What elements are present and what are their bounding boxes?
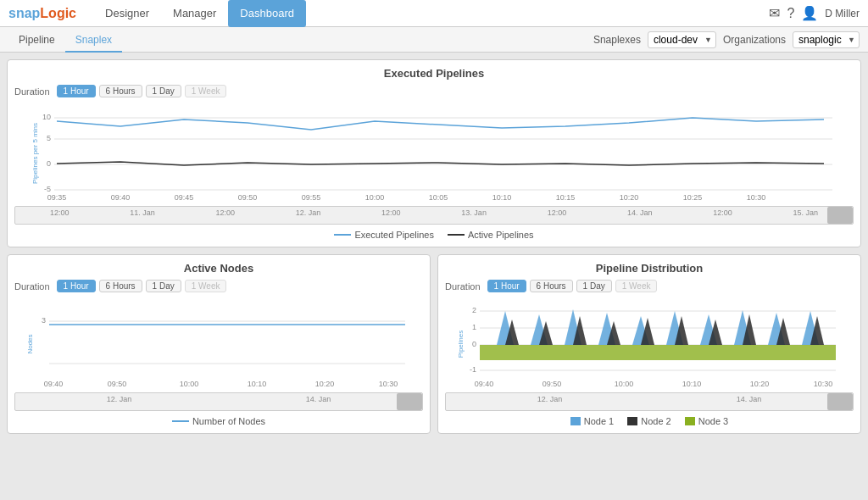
help-icon[interactable]: ? <box>787 6 794 21</box>
svg-text:10:05: 10:05 <box>429 193 448 202</box>
ep-chart: Pipelines per 5 mins 10 5 0 -5 09:35 09:… <box>14 103 854 204</box>
an-legend-line <box>172 420 189 422</box>
svg-text:10:00: 10:00 <box>180 380 199 388</box>
nav-designer[interactable]: Designer <box>93 0 161 27</box>
svg-text:09:40: 09:40 <box>475 380 494 388</box>
an-btn-1week[interactable]: 1 Week <box>185 280 227 292</box>
ep-chart-container: Pipelines per 5 mins 10 5 0 -5 09:35 09:… <box>14 103 854 204</box>
svg-text:10:10: 10:10 <box>248 380 267 388</box>
pd-btn-1day[interactable]: 1 Day <box>576 280 612 292</box>
pd-legend-node2-rect <box>627 417 637 425</box>
pd-btn-1week[interactable]: 1 Week <box>615 280 658 292</box>
pd-legend-node3-label: Node 3 <box>698 416 728 426</box>
ep-legend-executed: Executed Pipelines <box>334 230 434 240</box>
svg-text:10:20: 10:20 <box>750 380 770 388</box>
ep-btn-1day[interactable]: 1 Day <box>146 85 181 97</box>
mail-icon[interactable]: ✉ <box>769 5 780 21</box>
ep-legend: Executed Pipelines Active Pipelines <box>14 230 854 240</box>
ep-duration-bar: Duration 1 Hour 6 Hours 1 Day 1 Week <box>14 85 854 97</box>
svg-text:5: 5 <box>47 134 51 142</box>
svg-text:10:30: 10:30 <box>747 193 766 202</box>
executed-pipelines-panel: Executed Pipelines Duration 1 Hour 6 Hou… <box>7 59 861 247</box>
svg-text:10:00: 10:00 <box>615 380 634 388</box>
an-btn-1hour[interactable]: 1 Hour <box>57 280 96 292</box>
svg-rect-41 <box>480 345 836 360</box>
snaplexes-label: Snaplexes <box>593 34 641 46</box>
tab-pipeline[interactable]: Pipeline <box>8 27 65 53</box>
pd-mini-scroll[interactable]: 12. Jan 14. Jan <box>445 392 854 411</box>
ep-legend-executed-line <box>334 234 351 236</box>
ep-legend-executed-label: Executed Pipelines <box>354 230 434 240</box>
pd-btn-1hour[interactable]: 1 Hour <box>487 280 526 292</box>
sub-nav-controls: Snaplexes cloud-dev Organizations snaplo… <box>593 31 860 48</box>
ep-btn-6hours[interactable]: 6 Hours <box>99 85 142 97</box>
an-legend-nodes: Number of Nodes <box>172 416 265 426</box>
active-nodes-title: Active Nodes <box>14 262 423 275</box>
ep-scroll-handle[interactable] <box>827 207 853 224</box>
pd-legend-node2: Node 2 <box>627 416 670 426</box>
organizations-label: Organizations <box>723 34 786 46</box>
svg-text:0: 0 <box>47 159 51 168</box>
svg-text:09:50: 09:50 <box>238 193 258 202</box>
svg-text:09:40: 09:40 <box>44 380 64 388</box>
ep-btn-1week[interactable]: 1 Week <box>185 85 227 97</box>
ep-mini-scroll[interactable]: 12:00 11. Jan 12:00 12. Jan 12:00 13. Ja… <box>14 206 854 225</box>
snaplexes-dropdown-wrapper: cloud-dev <box>648 31 716 48</box>
ep-scroll-label-11jan: 11. Jan <box>130 208 155 217</box>
nav-manager[interactable]: Manager <box>161 0 228 27</box>
an-legend-label: Number of Nodes <box>192 416 265 426</box>
svg-text:3: 3 <box>42 316 46 325</box>
svg-text:-5: -5 <box>44 185 51 193</box>
svg-text:10: 10 <box>42 113 51 121</box>
pd-chart-container: Pipelines 2 1 0 -1 <box>445 297 854 391</box>
svg-text:09:55: 09:55 <box>302 193 321 202</box>
svg-text:10:25: 10:25 <box>683 193 703 202</box>
ep-scroll-label-1200-4: 12:00 <box>548 208 567 217</box>
ep-mini-scroll-labels: 12:00 11. Jan 12:00 12. Jan 12:00 13. Ja… <box>15 207 853 219</box>
svg-text:10:10: 10:10 <box>492 193 512 202</box>
svg-text:10:20: 10:20 <box>620 193 639 202</box>
svg-text:10:15: 10:15 <box>556 193 576 202</box>
snaplexes-select[interactable]: cloud-dev <box>648 31 716 48</box>
pd-legend-node1: Node 1 <box>570 416 614 426</box>
an-scroll-handle[interactable] <box>397 393 422 410</box>
pd-btn-6hours[interactable]: 6 Hours <box>530 280 573 292</box>
top-nav: snapLogic Designer Manager Dashboard ✉ ?… <box>0 0 868 27</box>
user-menu[interactable]: D Miller <box>825 8 860 19</box>
ep-btn-1hour[interactable]: 1 Hour <box>57 85 96 97</box>
sub-nav: Pipeline Snaplex Snaplexes cloud-dev Org… <box>0 27 868 53</box>
svg-text:Pipelines per 5 mins: Pipelines per 5 mins <box>31 123 39 184</box>
svg-text:09:45: 09:45 <box>175 193 194 202</box>
pd-duration-bar: Duration 1 Hour 6 Hours 1 Day 1 Week <box>445 280 854 292</box>
an-mini-scroll[interactable]: 12. Jan 14. Jan <box>14 392 423 411</box>
pd-legend: Node 1 Node 2 Node 3 <box>445 416 854 426</box>
ep-legend-active-label: Active Pipelines <box>468 230 534 240</box>
organizations-select[interactable]: snaplogic <box>793 31 860 48</box>
pd-legend-node1-rect <box>570 417 581 425</box>
svg-text:2: 2 <box>472 306 476 314</box>
svg-text:Pipelines: Pipelines <box>457 331 465 358</box>
ep-scroll-label-1200-3: 12:00 <box>381 208 401 217</box>
nav-dashboard[interactable]: Dashboard <box>228 0 306 27</box>
an-btn-6hours[interactable]: 6 Hours <box>99 280 142 292</box>
pd-chart: Pipelines 2 1 0 -1 <box>445 297 854 391</box>
svg-text:10:10: 10:10 <box>682 380 702 388</box>
pipeline-distribution-panel: Pipeline Distribution Duration 1 Hour 6 … <box>437 254 861 434</box>
an-duration-label: Duration <box>14 281 50 292</box>
ep-scroll-label-13jan: 13. Jan <box>461 208 487 217</box>
ep-duration-label: Duration <box>14 86 50 97</box>
tab-snaplex[interactable]: Snaplex <box>65 27 122 53</box>
svg-text:10:00: 10:00 <box>365 193 385 202</box>
an-chart: Nodes 3 09:40 09:50 10:00 10:10 10:20 10… <box>14 297 423 391</box>
pd-legend-node2-label: Node 2 <box>641 416 670 426</box>
pd-legend-node3-rect <box>685 417 695 425</box>
ep-scroll-label-15jan: 15. Jan <box>793 208 819 217</box>
executed-pipelines-title: Executed Pipelines <box>14 67 854 80</box>
pd-scroll-handle[interactable] <box>827 393 853 410</box>
an-duration-bar: Duration 1 Hour 6 Hours 1 Day 1 Week <box>14 280 423 292</box>
ep-scroll-label-1200-5: 12:00 <box>713 208 732 217</box>
an-btn-1day[interactable]: 1 Day <box>146 280 181 292</box>
svg-text:0: 0 <box>472 340 476 348</box>
nav-icons: ✉ ? 👤 D Miller <box>769 5 860 21</box>
svg-text:09:50: 09:50 <box>108 380 127 388</box>
